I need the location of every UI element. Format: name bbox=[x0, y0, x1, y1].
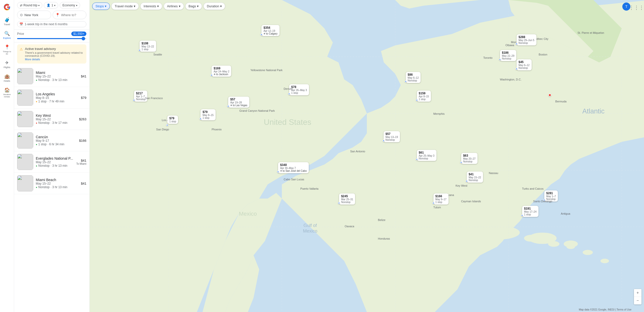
destination-list-item[interactable]: Miami" alt="Miami" data-name="destinatio… bbox=[14, 66, 89, 87]
travel-mode-filter-btn[interactable]: Travel mode ▾ bbox=[111, 3, 139, 10]
date-row[interactable]: 📅 1-week trip in the next 6 months bbox=[17, 21, 86, 27]
map-price-label[interactable]: $217Apr 1–7Nonstop bbox=[134, 91, 147, 102]
map-label-price: $159 bbox=[419, 92, 429, 95]
nav-item-vacation[interactable]: 🏠 Vacation rentals bbox=[1, 85, 13, 100]
price-slider-thumb[interactable] bbox=[82, 37, 85, 40]
destination-list-item[interactable]: Key West" alt="Key West" data-name="dest… bbox=[14, 108, 89, 130]
map-price-label[interactable]: $340Apr 30–May 7✈ to San José del Cabo bbox=[278, 162, 309, 173]
zoom-in-button[interactable]: + bbox=[634, 289, 641, 297]
destination-name: Miami bbox=[36, 71, 78, 75]
map-price-label[interactable]: $281May 1–7Nonstop bbox=[544, 190, 558, 202]
left-nav: 🧳 Travel 🔍 Explore 📍 Things to do ✈ Flig… bbox=[0, 0, 14, 312]
google-logo[interactable] bbox=[2, 2, 12, 12]
origin-input[interactable] bbox=[24, 13, 48, 17]
map-price-label[interactable]: $354Apr 12–19✈ to Calgary bbox=[261, 25, 280, 36]
class-button[interactable]: Economy ▾ bbox=[60, 2, 80, 9]
map-price-label[interactable]: $108May 13–221 stop bbox=[140, 41, 156, 52]
nav-item-things[interactable]: 📍 Things to do bbox=[1, 42, 13, 57]
round-trip-button[interactable]: ⇄ Round trip ▾ bbox=[17, 2, 42, 9]
zoom-out-button[interactable]: − bbox=[634, 297, 641, 304]
destination-list-item[interactable]: Everglades" alt="Everglades National P..… bbox=[14, 151, 89, 173]
nav-item-flights[interactable]: ✈ Flights bbox=[1, 58, 13, 71]
stops-filter-btn[interactable]: Stops ▾ bbox=[92, 3, 110, 10]
destination-input[interactable] bbox=[61, 13, 84, 17]
bags-filter-btn[interactable]: Bags ▾ bbox=[185, 3, 202, 10]
google-apps-button[interactable]: ⋮⋮⋮ bbox=[632, 4, 640, 12]
trip-type-icon: ⇄ bbox=[20, 4, 22, 7]
class-label: Economy bbox=[62, 4, 75, 7]
map-label-date: May 20–27 bbox=[463, 157, 476, 160]
map-destination-dot bbox=[466, 180, 468, 182]
map-label-price: $79 bbox=[169, 117, 176, 120]
map-price-label[interactable]: $186May 22–29Nonstop bbox=[500, 50, 516, 61]
destination-flight: ● 1 stop · 7 hr 49 min bbox=[36, 100, 78, 103]
map-price-label[interactable]: $45May 6–12Nonstop bbox=[517, 59, 532, 70]
map-price-label[interactable]: $63May 20–27Nonstop bbox=[461, 153, 478, 164]
map-label-stop: 1 stop bbox=[524, 213, 536, 216]
user-avatar[interactable]: T bbox=[622, 3, 630, 11]
origin-search-box[interactable]: ⊙ bbox=[17, 11, 51, 19]
destination-price-col: $41 To Miami bbox=[76, 159, 86, 165]
map-label-dest: ✈ to Jackson bbox=[214, 73, 229, 76]
map-label-date: Apr 19–28 bbox=[230, 101, 247, 104]
svg-point-5 bbox=[583, 250, 593, 255]
passenger-icon: 👤 bbox=[47, 4, 50, 7]
airlines-filter-label: Airlines bbox=[167, 4, 178, 8]
map-filter-bar: Stops ▾ Travel mode ▾ Interests ▾ Airlin… bbox=[92, 3, 225, 10]
map-price-label[interactable]: $57May 13–19Nonstop bbox=[384, 131, 400, 142]
map-price-label[interactable]: $166May 9–171 stop bbox=[433, 193, 449, 205]
map-price-label[interactable]: $288May 29–Jun 5Nonstop bbox=[517, 34, 536, 45]
map-price-label[interactable]: $57Apr 19–28✈ to Las Vegas bbox=[228, 97, 249, 108]
map-destination-dot bbox=[199, 118, 201, 120]
destination-price-col: $41 bbox=[81, 74, 86, 78]
map-price-label[interactable]: $245Mar 25–31Nonstop bbox=[339, 193, 355, 205]
map-price-label[interactable]: $159Apr 8–151 stop bbox=[417, 91, 431, 102]
price-slider-track[interactable] bbox=[17, 38, 86, 39]
map-price-label[interactable]: $169Apr 24–May 2✈ to Jackson bbox=[212, 66, 231, 77]
map-price-label[interactable]: $791 stop bbox=[167, 116, 178, 124]
advisory-link[interactable]: More details bbox=[25, 58, 40, 61]
destination-list-item[interactable]: Cancun" alt="Cancún" data-name="destinat… bbox=[14, 130, 89, 151]
destination-list-item[interactable]: Miami Beach" alt="Miami Beach" data-name… bbox=[14, 173, 89, 194]
destination-list-item[interactable]: LA" alt="Los Angeles" data-name="destina… bbox=[14, 87, 89, 108]
map-destination-dot bbox=[133, 99, 135, 101]
map-label-price: $79 bbox=[202, 110, 214, 114]
map-label-date: Apr 25–May 3 bbox=[419, 154, 434, 157]
nav-item-explore[interactable]: 🔍 Explore bbox=[1, 29, 13, 41]
flight-duration: · 7 hr 49 min bbox=[48, 100, 64, 103]
map-label-stop: Nonstop bbox=[419, 157, 434, 160]
map-price-label[interactable]: $61Apr 25–May 3Nonstop bbox=[417, 150, 436, 161]
airlines-filter-btn[interactable]: Airlines ▾ bbox=[164, 3, 184, 10]
map-price-label[interactable]: $41May 15–22Nonstop bbox=[467, 172, 483, 183]
map-label-stop: Nonstop bbox=[386, 138, 398, 141]
destination-search-box[interactable]: 📍 bbox=[53, 11, 87, 19]
interests-filter-btn[interactable]: Interests ▾ bbox=[140, 3, 162, 10]
destination-price: $166 bbox=[79, 139, 86, 143]
map-price-label[interactable]: $79May 8–151 stop bbox=[200, 109, 216, 120]
flight-type-icon: ● bbox=[36, 143, 37, 146]
destination-price-col: $166 bbox=[79, 139, 86, 143]
nav-item-hotels[interactable]: 🏨 Hotels bbox=[1, 72, 13, 84]
flight-type-label: 1 stop bbox=[38, 143, 47, 146]
map-price-label[interactable]: $86May 6–12Nonstop bbox=[406, 72, 421, 83]
map-label-price: $57 bbox=[386, 132, 398, 136]
nav-item-travel[interactable]: 🧳 Travel bbox=[1, 15, 13, 28]
passengers-button[interactable]: 👤 1 ▾ bbox=[44, 2, 58, 9]
duration-filter-btn[interactable]: Duration ▾ bbox=[204, 3, 225, 10]
map-price-label[interactable]: $191May 17–241 stop bbox=[522, 206, 538, 217]
flight-duration: · 6 hr 34 min bbox=[48, 143, 64, 146]
price-header: Price $1,550+ bbox=[17, 32, 86, 36]
bags-filter-label: Bags bbox=[189, 4, 196, 8]
flight-type-label: 1 stop bbox=[38, 100, 47, 103]
map-destination-dot bbox=[543, 199, 545, 201]
destination-flight: ● Nonstop · 3 hr 17 min bbox=[36, 121, 77, 125]
things-icon: 📍 bbox=[4, 44, 10, 50]
map-label-date: Mar 25–31 bbox=[341, 198, 353, 201]
map-label-date: May 22–29 bbox=[502, 54, 514, 57]
flight-type-icon: ● bbox=[36, 79, 37, 81]
map-label-price: $41 bbox=[469, 173, 481, 176]
airlines-chevron-icon: ▾ bbox=[179, 4, 181, 8]
map-destination-dot bbox=[416, 158, 418, 160]
map-price-label[interactable]: $78Apr 26–May 31 stop bbox=[289, 84, 309, 95]
map-destination-dot bbox=[260, 34, 262, 36]
